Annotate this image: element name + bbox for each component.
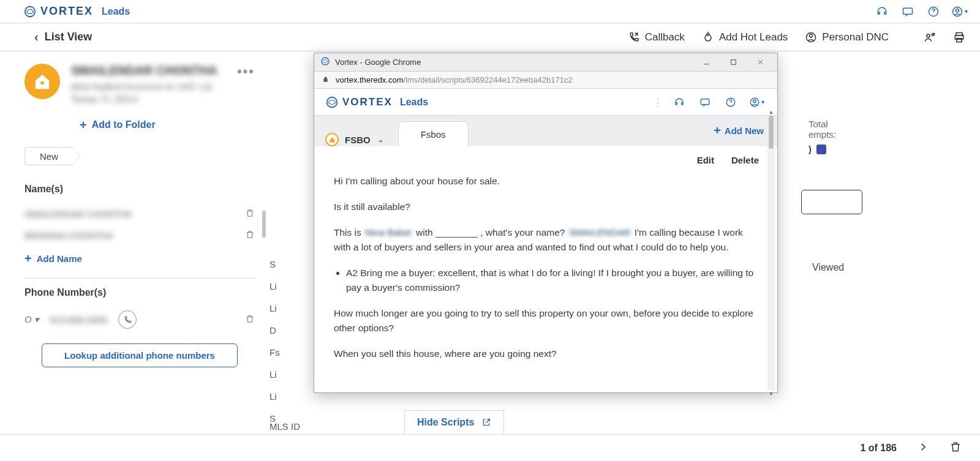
add-name-label: Add Name <box>37 253 82 264</box>
help-icon[interactable] <box>721 92 741 112</box>
user-circle-icon <box>951 6 963 18</box>
svg-point-13 <box>962 34 963 36</box>
svg-point-6 <box>810 34 813 37</box>
name-row: BRIANNA CHONTHA <box>24 225 255 246</box>
add-hot-leads-label: Add Hot Leads <box>719 31 788 43</box>
hide-scripts-button[interactable]: Hide Scripts <box>404 410 504 434</box>
fsbo-icon <box>325 133 339 146</box>
delete-lead-button[interactable] <box>949 441 962 455</box>
delete-name-button[interactable] <box>245 230 255 241</box>
script-type-selector[interactable]: FSBO ⌄ <box>325 133 383 146</box>
toolbar: ‹ List View Callback Add Hot Leads Perso… <box>0 23 980 51</box>
caret-down-icon: ▾ <box>965 8 968 15</box>
phone-type-selector[interactable]: O ▾ <box>24 314 39 325</box>
popup-window-titlebar[interactable]: Vortex - Google Chrome <box>314 53 777 72</box>
script-line: How much longer are you going to try to … <box>334 306 758 335</box>
lead-more-menu[interactable]: ••• <box>237 64 255 80</box>
lookup-phones-button[interactable]: Lookup additional phone numbers <box>42 343 238 367</box>
text-input[interactable] <box>801 190 862 214</box>
divider <box>24 278 255 279</box>
delete-script-button[interactable]: Delete <box>731 155 759 165</box>
dial-phone-button[interactable] <box>118 310 137 329</box>
contacts-icon <box>924 31 936 43</box>
vortex-swirl-icon <box>325 96 339 109</box>
popup-brand-logo[interactable]: VORTEX <box>325 96 393 109</box>
script-line: Hi I'm calling about your house for sale… <box>334 174 758 189</box>
headset-icon[interactable] <box>872 2 892 21</box>
brand-logo[interactable]: VORTEX <box>23 5 93 18</box>
account-menu[interactable]: ▾ <box>747 92 766 112</box>
lock-icon <box>322 75 330 85</box>
scripts-popup-window: Vortex - Google Chrome vortex.theredx.co… <box>314 53 778 393</box>
scroll-thumb[interactable] <box>769 116 774 149</box>
edit-script-button[interactable]: Edit <box>697 155 714 165</box>
dnc-icon <box>805 31 817 43</box>
personal-dnc-label: Personal DNC <box>822 31 889 43</box>
personal-dnc-button[interactable]: Personal DNC <box>805 31 889 43</box>
window-maximize-button[interactable] <box>722 53 744 72</box>
script-tab-fsbos[interactable]: Fsbos <box>398 121 469 147</box>
popup-separator: ⋮ <box>652 96 663 109</box>
back-label: List View <box>45 31 92 43</box>
info-badge-icon[interactable] <box>816 144 826 154</box>
brand-name: VORTEX <box>40 5 93 18</box>
svg-point-7 <box>927 34 930 37</box>
window-close-button[interactable] <box>749 53 771 72</box>
scroll-down-arrow-icon[interactable]: ▼ <box>767 390 775 397</box>
phone-callback-icon <box>628 31 640 43</box>
brand-bar: VORTEX Leads ▾ <box>0 0 980 23</box>
popup-scrollbar[interactable]: ▲ ▼ <box>767 116 775 390</box>
names-section-label: Name(s) <box>24 184 255 195</box>
total-attempts-label: Totalempts: <box>809 119 956 140</box>
chat-icon[interactable] <box>898 2 918 21</box>
delete-phone-button[interactable] <box>245 314 255 326</box>
popup-tabs-bar: FSBO ⌄ Fsbos + Add New <box>314 116 777 146</box>
flame-icon <box>702 31 714 43</box>
popup-brand-bar: VORTEX Leads ⋮ ▾ <box>314 89 777 116</box>
add-to-folder-button[interactable]: + Add to Folder <box>80 119 255 131</box>
caret-down-icon: ⌄ <box>378 136 383 144</box>
svg-rect-16 <box>731 60 736 65</box>
svg-point-9 <box>933 33 935 34</box>
url-host: vortex.theredx.com <box>336 75 404 84</box>
lead-status-chip[interactable]: New <box>24 147 74 165</box>
scroll-thumb[interactable] <box>262 211 266 238</box>
popup-url-bar[interactable]: vortex.theredx.com/lms/detail/scripts/63… <box>314 72 777 89</box>
print-icon-button[interactable] <box>953 31 965 43</box>
url-path: /lms/detail/scripts/63692244e172eeba42b1… <box>404 75 573 84</box>
name-row: SMAILENDAR CHONTHA <box>24 203 255 225</box>
pager-next-button[interactable] <box>918 441 929 454</box>
right-card <box>801 180 954 214</box>
callback-button[interactable]: Callback <box>628 31 685 43</box>
chevron-left-icon: ‹ <box>34 30 39 44</box>
script-body[interactable]: Hi I'm calling about your house for sale… <box>314 174 777 392</box>
scroll-up-arrow-icon[interactable]: ▲ <box>767 108 775 116</box>
phone-value: 813-806-0930 <box>50 315 107 325</box>
svg-rect-17 <box>323 78 328 81</box>
delete-name-button[interactable] <box>245 208 255 220</box>
favicon-icon <box>320 56 330 68</box>
footer: 1 of 186 <box>0 434 980 461</box>
add-hot-leads-button[interactable]: Add Hot Leads <box>702 31 788 43</box>
popup-brand-section[interactable]: Leads <box>400 97 428 108</box>
back-to-list-view[interactable]: ‹ List View <box>34 30 92 44</box>
chat-icon[interactable] <box>695 92 715 112</box>
brand-section-label[interactable]: Leads <box>102 6 130 17</box>
headset-icon[interactable] <box>669 92 689 112</box>
add-name-button[interactable]: + Add Name <box>24 252 255 264</box>
contacts-icon-button[interactable] <box>924 31 936 43</box>
svg-rect-12 <box>957 38 962 42</box>
plus-icon: + <box>24 252 32 264</box>
pager-label: 1 of 186 <box>860 443 897 454</box>
redacted-agent-name: Nina Baker <box>364 225 413 240</box>
svg-point-22 <box>753 100 756 103</box>
help-icon[interactable] <box>924 2 943 21</box>
svg-rect-19 <box>701 99 709 104</box>
add-new-script-button[interactable]: + Add New <box>714 124 764 137</box>
viewed-card[interactable]: Viewed <box>801 253 954 282</box>
account-menu[interactable]: ▾ <box>949 2 969 21</box>
window-minimize-button[interactable] <box>695 53 717 72</box>
popup-script-actions: Edit Delete <box>314 146 777 174</box>
popup-window-title: Vortex - Google Chrome <box>335 58 690 67</box>
redacted-lead-name: SMAILENDAR <box>568 225 632 240</box>
